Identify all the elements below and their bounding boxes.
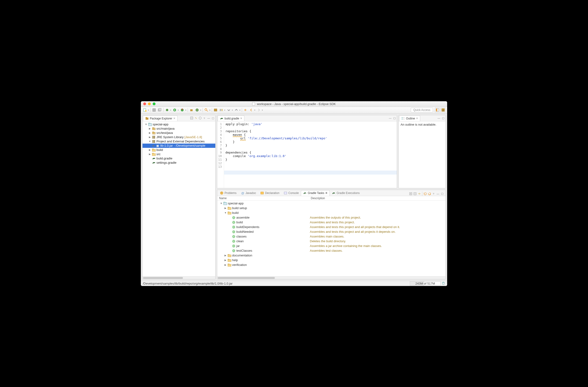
outline-icon: [401, 117, 405, 120]
bottom-tab-gradle-tasks[interactable]: Gradle Tasks✕: [301, 190, 330, 196]
run-button[interactable]: [172, 107, 177, 113]
java-perspective-button[interactable]: J: [441, 107, 446, 113]
svg-point-5: [166, 109, 168, 111]
minimize-editor-button[interactable]: —: [388, 116, 392, 120]
open-perspective-button[interactable]: [435, 107, 440, 113]
bottom-tab-console[interactable]: Console: [281, 190, 301, 196]
minimize-outline-button[interactable]: —: [437, 116, 441, 120]
tree-item[interactable]: build.gradle: [143, 156, 215, 161]
refresh-button[interactable]: [423, 192, 427, 196]
maximize-outline-button[interactable]: ▢: [441, 116, 445, 120]
last-edit-button[interactable]: [243, 107, 248, 113]
new-class-button[interactable]: [194, 107, 200, 113]
task-row[interactable]: ▶verification: [217, 263, 445, 267]
close-icon[interactable]: ✕: [325, 191, 328, 195]
toggle-breadcrumb-button[interactable]: [219, 107, 224, 113]
task-row[interactable]: ▶documentation: [217, 253, 445, 258]
new-type-dropdown[interactable]: ▾: [200, 107, 202, 113]
prev-annotation-button[interactable]: [234, 107, 239, 113]
coverage-dropdown[interactable]: ▾: [185, 107, 187, 113]
svg-rect-40: [154, 140, 155, 143]
quick-access[interactable]: Quick Access: [411, 108, 433, 112]
task-row[interactable]: ▼build: [217, 210, 445, 215]
view-menu-button[interactable]: ▿: [203, 116, 206, 120]
maximize-bottom-button[interactable]: ▢: [440, 192, 444, 196]
maximize-editor-button[interactable]: ▢: [393, 116, 396, 120]
tree-item[interactable]: ▶JRE System Library [JavaSE-1.8]: [143, 135, 215, 139]
debug-button[interactable]: [165, 107, 170, 113]
bottom-scrollbar[interactable]: [217, 276, 445, 279]
tree-item[interactable]: ▶src/test/java: [143, 131, 215, 135]
close-icon[interactable]: ✕: [240, 117, 242, 120]
open-type-button[interactable]: [213, 107, 218, 113]
collapse-all-button[interactable]: [413, 192, 417, 196]
focus-task-button[interactable]: [198, 116, 202, 120]
tree-item[interactable]: ▶src: [143, 152, 215, 156]
explorer-tree[interactable]: ▼special-app▶src/main/java▶src/test/java…: [143, 121, 215, 276]
task-row[interactable]: ▶help: [217, 258, 445, 263]
outline-tab[interactable]: Outline ✕: [399, 115, 420, 121]
col-name[interactable]: Name: [219, 197, 311, 200]
task-row[interactable]: ▼special-app: [217, 201, 445, 206]
tree-item[interactable]: ▼special-app: [143, 122, 215, 127]
tree-item[interactable]: ▼Project and External Dependencies: [143, 139, 215, 144]
search-button[interactable]: [204, 107, 209, 113]
minimize-view-button[interactable]: —: [207, 116, 210, 120]
forward-button[interactable]: [256, 107, 261, 113]
task-row[interactable]: cleanDeletes the build directory.: [217, 239, 445, 244]
task-row[interactable]: jarAssembles a jar archive containing th…: [217, 244, 445, 248]
expand-all-button[interactable]: [409, 192, 413, 196]
svg-rect-55: [261, 192, 264, 194]
coverage-button[interactable]: [180, 107, 185, 113]
package-explorer-tab[interactable]: Package Explorer ✕: [143, 115, 177, 121]
maximize-view-button[interactable]: ▢: [211, 116, 215, 120]
back-dropdown[interactable]: ▾: [254, 107, 256, 113]
link-editor-button[interactable]: [194, 116, 198, 120]
run-dropdown[interactable]: ▾: [177, 107, 179, 113]
editor-tab[interactable]: build.gradle ✕: [218, 115, 244, 121]
new-button[interactable]: [142, 107, 147, 113]
explorer-scrollbar[interactable]: [143, 276, 215, 279]
next-annotation-button[interactable]: [226, 107, 231, 113]
task-row[interactable]: testClassesAssembles test classes.: [217, 248, 445, 253]
heap-status[interactable]: 243M of 517M: [410, 281, 441, 286]
bottom-tab-gradle-executions[interactable]: Gradle Executions: [330, 190, 362, 196]
bottom-tab-javadoc[interactable]: @Javadoc: [239, 190, 258, 196]
gradle-task-tree[interactable]: ▼special-app▶build setup▼buildassembleAs…: [217, 201, 445, 276]
editor-area[interactable]: 12345678910111213 apply plugin: 'java' r…: [217, 121, 397, 188]
close-icon[interactable]: ✕: [416, 117, 418, 120]
tree-item[interactable]: ▶010lib-1.0.jar - /Development/sample: [143, 144, 215, 148]
save-all-button[interactable]: [157, 107, 162, 113]
tree-item[interactable]: settings.gradle: [143, 161, 215, 165]
new-dropdown[interactable]: ▾: [147, 107, 149, 113]
nav-dropdown[interactable]: ▾: [224, 107, 226, 113]
task-row[interactable]: buildAssembles and tests this project.: [217, 220, 445, 225]
bottom-tab-problems[interactable]: !Problems: [218, 190, 239, 196]
collapse-all-button[interactable]: [190, 116, 193, 120]
task-row[interactable]: classesAssembles main classes.: [217, 234, 445, 239]
view-menu-button[interactable]: ▿: [432, 192, 436, 196]
next-dropdown[interactable]: ▾: [231, 107, 233, 113]
svg-rect-23: [146, 117, 147, 118]
task-row[interactable]: buildDependentsAssembles and tests this …: [217, 225, 445, 229]
save-button[interactable]: [151, 107, 157, 113]
minimize-bottom-button[interactable]: —: [436, 192, 440, 196]
prev-dropdown[interactable]: ▾: [239, 107, 241, 113]
col-description[interactable]: Description: [311, 197, 325, 200]
code-content[interactable]: apply plugin: 'java' repositories { mave…: [224, 121, 397, 188]
close-icon[interactable]: ✕: [173, 117, 175, 120]
gc-button[interactable]: [441, 281, 445, 286]
back-button[interactable]: [249, 107, 254, 113]
new-package-button[interactable]: [189, 107, 194, 113]
tree-item[interactable]: ▶src/main/java: [143, 127, 215, 131]
task-row[interactable]: assembleAssembles the outputs of this pr…: [217, 215, 445, 220]
refresh-all-button[interactable]: [427, 192, 431, 196]
search-dropdown[interactable]: ▾: [209, 107, 211, 113]
link-selection-button[interactable]: [417, 192, 421, 196]
forward-dropdown[interactable]: ▾: [261, 107, 263, 113]
tree-item[interactable]: ▶build: [143, 148, 215, 152]
debug-dropdown[interactable]: ▾: [170, 107, 171, 113]
task-row[interactable]: ▶build setup: [217, 206, 445, 210]
task-row[interactable]: buildNeededAssembles and tests this proj…: [217, 229, 445, 234]
bottom-tab-declaration[interactable]: Declaration: [258, 190, 281, 196]
